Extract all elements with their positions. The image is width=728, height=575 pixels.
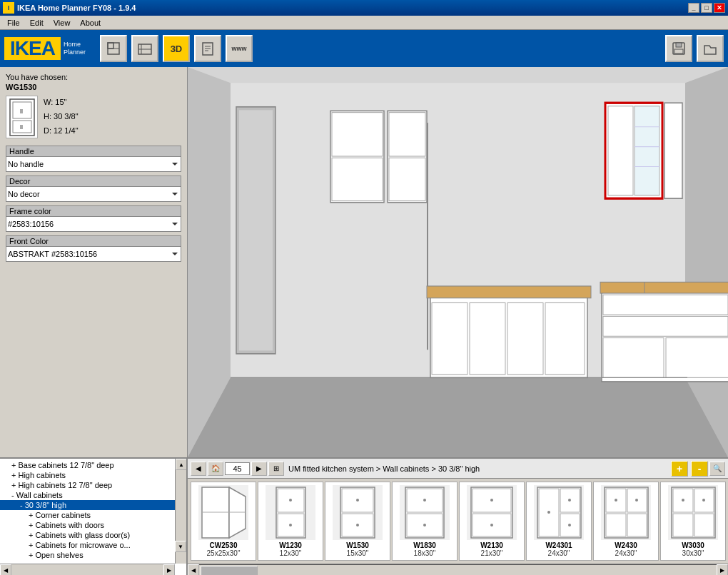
tree-item-high-cabinets-deep[interactable]: +High cabinets 12 7/8" deep [0,480,186,490]
svg-rect-30 [389,113,425,156]
catalog-item-w1230[interactable]: W1230 12x30" [258,482,323,561]
window-title: IKEA Home Planner FY08 - 1.9.4 [17,4,136,12]
svg-rect-45 [545,302,585,374]
handle-select[interactable]: No handle BLANKETT [6,156,181,172]
viewport [188,67,728,457]
svg-point-91 [635,499,638,502]
catalog-item-w1530-size: 15x30" [347,549,369,557]
tree-scroll-left[interactable]: ◀ [0,564,11,575]
svg-point-84 [568,524,571,526]
catalog-scroll-right[interactable]: ▶ [717,564,728,575]
maximize-button[interactable]: □ [701,3,712,13]
svg-rect-11 [676,43,682,47]
item-height: H: 30 3/8" [44,110,79,124]
svg-point-72 [423,524,426,526]
svg-rect-49 [603,316,728,336]
tree-scroll-down[interactable]: ▼ [175,541,186,552]
close-button[interactable]: ✕ [714,3,725,13]
front-color-group: Front Color ABSTRAKT #2583:10156 [6,235,181,262]
tree-item-microwave[interactable]: +Cabinets for microwave o... [0,540,186,550]
svg-rect-89 [627,514,647,536]
menu-about[interactable]: About [76,17,105,29]
front-color-select[interactable]: ABSTRAKT #2583:10156 [6,246,181,262]
svg-rect-50 [603,338,664,378]
elevation-button[interactable] [131,35,158,62]
tree-hscrollbar[interactable]: ◀ ▶ [0,564,175,575]
tree-item-open-shelves[interactable]: +Open shelves [0,550,186,560]
tree-scroll-right[interactable]: ▶ [163,564,175,575]
zoom-icon[interactable]: 🔍 [709,462,725,476]
save-button[interactable] [665,35,692,62]
svg-point-90 [615,499,617,502]
menu-view[interactable]: View [49,17,75,29]
open-button[interactable] [697,35,724,62]
svg-point-67 [356,524,359,526]
svg-point-98 [702,499,705,502]
web-button[interactable]: www [226,35,253,62]
tree-item-glass-doors[interactable]: +Cabinets with glass door(s) [0,530,186,540]
tree-item-30-high[interactable]: -30 3/8" high [0,500,186,510]
main-content: You have chosen: WG1530 W: 15" H: 30 3/8… [0,67,728,457]
decor-group: Decor No decor [6,175,181,202]
catalog-fwd-button[interactable]: ▶ [251,462,267,476]
catalog-back-button[interactable]: ◀ [191,462,206,476]
svg-rect-43 [470,302,505,374]
decor-select[interactable]: No decor [6,186,181,202]
catalog-item-w24301-img [534,485,584,540]
svg-point-83 [568,499,571,502]
svg-rect-25 [239,110,273,350]
tree-content: +Base cabinets 12 7/8" deep +High cabine… [0,459,186,564]
tree-item-base-cabinets[interactable]: +Base cabinets 12 7/8" deep [0,460,186,470]
left-panel: You have chosen: WG1530 W: 15" H: 30 3/8… [0,67,188,457]
item-preview: W: 15" H: 30 3/8" D: 12 1/4" [6,96,181,138]
decor-label: Decor [6,175,181,186]
tree-vscrollbar[interactable]: ▲ ▼ [175,459,186,564]
menu-edit[interactable]: Edit [26,17,48,29]
shopping-list-button[interactable] [194,35,221,62]
tree-item-high-cabinets[interactable]: +High cabinets [0,470,186,480]
svg-rect-12 [674,49,683,54]
svg-rect-96 [694,514,714,536]
catalog-item-w3030[interactable]: W3030 30x30" [660,482,726,561]
menu-file[interactable]: File [3,17,24,29]
svg-rect-38 [664,103,682,198]
catalog-item-w2430-name: W2430 [615,541,637,549]
zoom-plus-button[interactable]: + [671,461,688,477]
catalog-item-w1530-img [333,485,383,540]
tree-item-wall-cabinets[interactable]: -Wall cabinets [0,490,186,500]
svg-rect-47 [600,282,728,293]
minimize-button[interactable]: _ [688,3,699,13]
catalog-item-w2130-img [467,485,517,540]
catalog-item-cw2530[interactable]: CW2530 25x25x30" [191,482,256,561]
catalog-page-input[interactable] [225,462,250,475]
menu-bar: File Edit View About [0,16,728,30]
zoom-minus-button[interactable]: - [691,461,708,477]
logo-subtitle: HomePlanner [64,41,86,56]
catalog-item-w1530[interactable]: W1530 15x30" [325,482,390,561]
svg-rect-41 [427,286,591,298]
3d-view-button[interactable]: 3D [163,35,190,62]
tree-scroll-up[interactable]: ▲ [176,459,187,470]
front-color-label: Front Color [6,235,181,246]
catalog-item-w24301[interactable]: W24301 24x30" [526,482,592,561]
floor-plan-button[interactable] [100,35,127,62]
ikea-logo: IKEA [4,37,61,60]
chosen-label: You have chosen: [6,73,181,81]
svg-rect-16 [20,109,23,113]
tree-item-doors[interactable]: +Cabinets with doors [0,520,186,530]
frame-color-select[interactable]: #2583:10156 [6,216,181,232]
catalog-scroll-left[interactable]: ◀ [188,564,199,575]
svg-rect-48 [603,295,728,315]
catalog-item-w2130[interactable]: W2130 21x30" [459,482,525,561]
catalog-item-w1830[interactable]: W1830 18x30" [392,482,457,561]
catalog-thumbs-button[interactable]: ⊞ [268,462,284,476]
catalog-scrollbar[interactable]: ◀ ▶ [188,564,728,575]
svg-rect-34 [635,106,659,195]
svg-rect-13 [10,99,34,136]
item-dimensions: W: 15" H: 30 3/8" D: 12 1/4" [44,96,79,138]
catalog-item-w2430[interactable]: W2430 24x30" [593,482,659,561]
catalog-home-button[interactable]: 🏠 [208,462,223,476]
tree-item-corner[interactable]: +Corner cabinets [0,510,186,520]
svg-rect-28 [332,158,383,200]
app-header: IKEA HomePlanner 3D www [0,30,728,67]
